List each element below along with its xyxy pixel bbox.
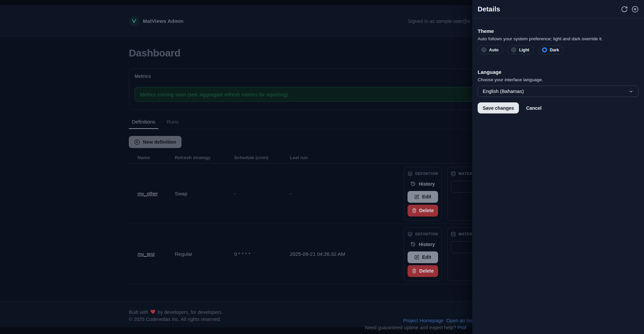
theme-option-light[interactable]: Light (507, 45, 534, 54)
app-canvas: MatViews Admin Signed in as sample-user@… (0, 0, 644, 334)
history-icon (411, 181, 416, 186)
radio-icon (511, 47, 516, 52)
professional-support-link[interactable]: Prof (458, 325, 467, 330)
table-row: mv_test Regular 0 * * * * 2025-09-21 04:… (129, 224, 515, 284)
definition-link-mv-other[interactable]: mv_other (138, 191, 158, 196)
language-heading: Language (478, 69, 639, 75)
edit-label: Edit (422, 194, 431, 199)
theme-heading: Theme (478, 28, 639, 34)
cell-strategy: Regular (166, 251, 225, 257)
theme-options: Auto Light Dark (478, 45, 639, 54)
layers-icon (408, 171, 413, 176)
theme-option-auto[interactable]: Auto (478, 45, 503, 54)
language-description: Choose your interface language. (478, 77, 639, 82)
column-header-name: Name (129, 155, 166, 160)
tab-bar: Definitions Runs (129, 119, 515, 129)
refresh-icon[interactable] (621, 6, 628, 13)
trash-icon (412, 269, 417, 273)
open-issue-link[interactable]: Open an Iss (446, 318, 473, 323)
delete-button[interactable]: Delete (408, 265, 438, 277)
theme-option-label: Dark (550, 48, 559, 52)
delete-label: Delete (419, 268, 434, 274)
definition-actions-box: DEFINITION History (404, 167, 442, 221)
new-definition-button[interactable]: New definition (129, 136, 181, 148)
project-homepage-link[interactable]: Project Homepage (403, 318, 443, 323)
theme-option-label: Light (519, 48, 529, 52)
tab-definitions[interactable]: Definitions (129, 119, 158, 129)
page-title: Dashboard (129, 47, 515, 59)
cell-schedule: - (225, 191, 281, 196)
footer-links: Project Homepage Open an Iss (403, 318, 473, 323)
matviews-logo-icon (129, 16, 139, 26)
close-icon[interactable] (632, 6, 639, 13)
theme-option-dark[interactable]: Dark (538, 45, 564, 54)
theme-option-label: Auto (489, 48, 498, 52)
signed-in-text: Signed in as sample-user@e (408, 18, 470, 24)
details-panel-title: Details (478, 5, 500, 13)
trash-icon (412, 208, 417, 213)
database-icon (451, 232, 456, 237)
edit-label: Edit (422, 254, 431, 260)
table-header-row: Name Refresh strategy Schedule (cron) La… (129, 152, 515, 163)
definitions-table: Name Refresh strategy Schedule (cron) La… (129, 152, 515, 284)
history-link[interactable]: History (408, 181, 438, 187)
metrics-alert-text: Metrics coming soon (see: Aggregate refr… (140, 92, 289, 97)
materialization-group-label: MATER (459, 232, 472, 236)
edit-button[interactable]: Edit (408, 251, 438, 263)
edit-pencil-icon (414, 194, 419, 199)
metrics-card-title: Metrics (135, 74, 509, 79)
delete-button[interactable]: Delete (408, 205, 438, 217)
delete-label: Delete (419, 208, 434, 213)
radio-selected-icon (542, 47, 547, 52)
details-panel-header: Details (472, 0, 644, 18)
cell-last-run: 2025-09-21 04:26:32 AM (281, 251, 395, 257)
new-definition-label: New definition (143, 139, 176, 145)
history-label: History (419, 181, 435, 187)
definition-link-mv-test[interactable]: mv_test (138, 251, 155, 257)
heart-icon (150, 309, 156, 315)
brand-name: MatViews Admin (143, 18, 183, 24)
history-link[interactable]: History (408, 242, 438, 247)
definition-group-label: DEFINITION (415, 232, 438, 236)
save-changes-button[interactable]: Save changes (478, 102, 519, 113)
details-panel: Details Theme Auto follows your system p… (472, 0, 644, 334)
metrics-card: Metrics Metrics coming soon (see: Aggreg… (129, 68, 515, 110)
language-selected-value: English (Bahamas) (483, 89, 524, 94)
cell-schedule: 0 * * * * (225, 251, 281, 257)
history-icon (411, 242, 416, 247)
chevron-down-icon (629, 89, 634, 94)
brand: MatViews Admin (129, 16, 183, 26)
metrics-coming-soon-alert: Metrics coming soon (see: Aggregate refr… (135, 87, 509, 102)
language-select[interactable]: English (Bahamas) (478, 86, 639, 97)
footer-built-line: Built with by developers, for developers… (129, 309, 515, 316)
cell-strategy: Swap (166, 191, 225, 196)
edit-pencil-icon (414, 255, 419, 260)
column-header-strategy: Refresh strategy (166, 155, 225, 160)
database-icon (451, 171, 456, 176)
column-header-last-run: Last run (281, 155, 395, 160)
theme-description: Auto follows your system preference; lig… (478, 36, 639, 41)
tab-runs[interactable]: Runs (164, 119, 181, 129)
history-label: History (419, 242, 435, 247)
layers-icon (408, 232, 413, 237)
cancel-button[interactable]: Cancel (526, 105, 541, 111)
footer-support-line: Need guaranteed uptime and expert help? … (365, 325, 466, 330)
radio-icon (481, 47, 486, 52)
edit-button[interactable]: Edit (408, 191, 438, 203)
plus-circle-icon (134, 139, 140, 145)
column-header-schedule: Schedule (cron) (225, 155, 281, 160)
definition-group-label: DEFINITION (415, 172, 438, 176)
materialization-group-label: MATER (459, 172, 472, 176)
definition-actions-box: DEFINITION History (404, 227, 442, 281)
cell-last-run: - (281, 191, 395, 196)
table-row: mv_other Swap - - DEFI (129, 163, 515, 224)
